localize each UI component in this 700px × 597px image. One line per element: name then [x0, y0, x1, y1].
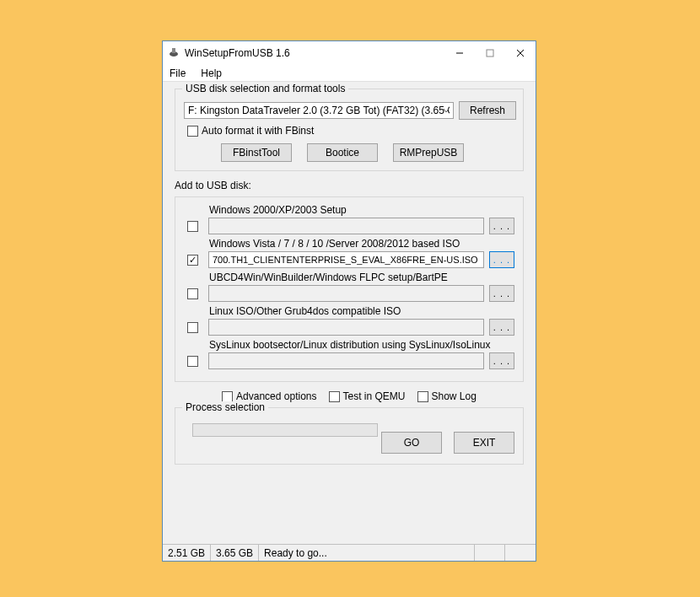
- test-qemu-checkbox[interactable]: [329, 391, 340, 402]
- iso-browse-button-2[interactable]: . . .: [489, 285, 514, 302]
- test-qemu-label: Test in QEMU: [343, 390, 406, 402]
- add-to-usb-label: Add to USB disk:: [175, 180, 524, 191]
- iso-checkbox-4[interactable]: [187, 356, 198, 367]
- process-selection-group: Process selection GO EXIT: [175, 407, 524, 465]
- rmprepusb-button[interactable]: RMPrepUSB: [393, 143, 464, 162]
- add-to-usb-group: Windows 2000/XP/2003 Setup. . .Windows V…: [175, 196, 524, 382]
- advanced-options-label: Advanced options: [236, 390, 316, 402]
- iso-browse-button-3[interactable]: . . .: [489, 319, 514, 336]
- iso-path-input-0[interactable]: [208, 218, 484, 234]
- menu-file[interactable]: File: [166, 67, 189, 79]
- advanced-options-checkbox[interactable]: [222, 391, 233, 402]
- iso-item-4: SysLinux bootsector/Linux distribution u…: [184, 339, 514, 369]
- iso-label-2: UBCD4Win/WinBuilder/Windows FLPC setup/B…: [209, 272, 514, 283]
- fbinst-tool-button[interactable]: FBinstTool: [221, 143, 292, 162]
- iso-item-1: Windows Vista / 7 / 8 / 10 /Server 2008/…: [184, 238, 514, 268]
- iso-browse-button-0[interactable]: . . .: [489, 218, 514, 234]
- disk-selection-group: USB disk selection and format tools F: K…: [175, 89, 524, 171]
- status-spacer-1: [475, 545, 505, 561]
- exit-button[interactable]: EXIT: [454, 432, 514, 454]
- menubar: File Help: [163, 65, 536, 82]
- content-area: USB disk selection and format tools F: K…: [163, 82, 536, 465]
- iso-label-4: SysLinux bootsector/Linux distribution u…: [209, 339, 514, 351]
- iso-browse-button-1[interactable]: . . .: [489, 251, 514, 268]
- maximize-button[interactable]: [475, 41, 505, 65]
- iso-checkbox-3[interactable]: [187, 322, 198, 333]
- svg-rect-3: [487, 50, 493, 56]
- iso-browse-button-4[interactable]: . . .: [489, 352, 514, 369]
- bootice-button[interactable]: Bootice: [307, 143, 378, 162]
- iso-checkbox-1[interactable]: [187, 255, 198, 266]
- minimize-button[interactable]: [444, 41, 475, 65]
- usb-disk-selected: F: Kingston DataTraveler 2.0 (3.72 GB To…: [188, 105, 450, 116]
- iso-label-3: Linux ISO/Other Grub4dos compatible ISO: [209, 305, 514, 317]
- iso-path-input-3[interactable]: [208, 319, 484, 336]
- statusbar: 2.51 GB 3.65 GB Ready to go...: [163, 544, 536, 561]
- options-row: Advanced options Test in QEMU Show Log: [175, 390, 524, 402]
- iso-item-3: Linux ISO/Other Grub4dos compatible ISO.…: [184, 305, 514, 336]
- refresh-button[interactable]: Refresh: [459, 101, 516, 120]
- show-log-label: Show Log: [432, 390, 477, 402]
- status-size-1: 2.51 GB: [163, 545, 211, 561]
- close-button[interactable]: [505, 41, 536, 65]
- chevron-down-icon: [443, 105, 450, 116]
- svg-rect-1: [172, 48, 175, 53]
- iso-checkbox-0[interactable]: [187, 221, 198, 232]
- auto-format-checkbox[interactable]: [187, 126, 198, 137]
- status-spacer-2: [505, 545, 536, 561]
- go-button[interactable]: GO: [381, 432, 442, 454]
- iso-path-input-2[interactable]: [208, 285, 484, 302]
- auto-format-label: Auto format it with FBinst: [202, 125, 314, 137]
- show-log-checkbox[interactable]: [417, 391, 428, 402]
- app-icon: [168, 46, 180, 61]
- iso-path-input-4[interactable]: [208, 352, 484, 369]
- usb-disk-select[interactable]: F: Kingston DataTraveler 2.0 (3.72 GB To…: [184, 102, 454, 119]
- status-text: Ready to go...: [259, 545, 475, 561]
- progress-bar: [192, 423, 378, 437]
- iso-item-2: UBCD4Win/WinBuilder/Windows FLPC setup/B…: [184, 272, 514, 302]
- process-group-title: Process selection: [182, 401, 268, 413]
- window-title: WinSetupFromUSB 1.6: [185, 47, 444, 59]
- iso-path-input-1[interactable]: 700.TH1_CLIENTENTERPRISE_S_EVAL_X86FRE_E…: [208, 251, 484, 268]
- disk-group-title: USB disk selection and format tools: [182, 83, 348, 94]
- iso-item-0: Windows 2000/XP/2003 Setup. . .: [184, 204, 514, 234]
- titlebar: WinSetupFromUSB 1.6: [163, 41, 536, 65]
- iso-label-1: Windows Vista / 7 / 8 / 10 /Server 2008/…: [209, 238, 514, 250]
- window-controls: [444, 41, 536, 65]
- menu-help[interactable]: Help: [197, 67, 225, 79]
- status-size-2: 3.65 GB: [211, 545, 259, 561]
- iso-label-0: Windows 2000/XP/2003 Setup: [209, 204, 514, 216]
- iso-checkbox-2[interactable]: [187, 288, 198, 299]
- app-window: WinSetupFromUSB 1.6 File Help USB disk s…: [162, 40, 536, 562]
